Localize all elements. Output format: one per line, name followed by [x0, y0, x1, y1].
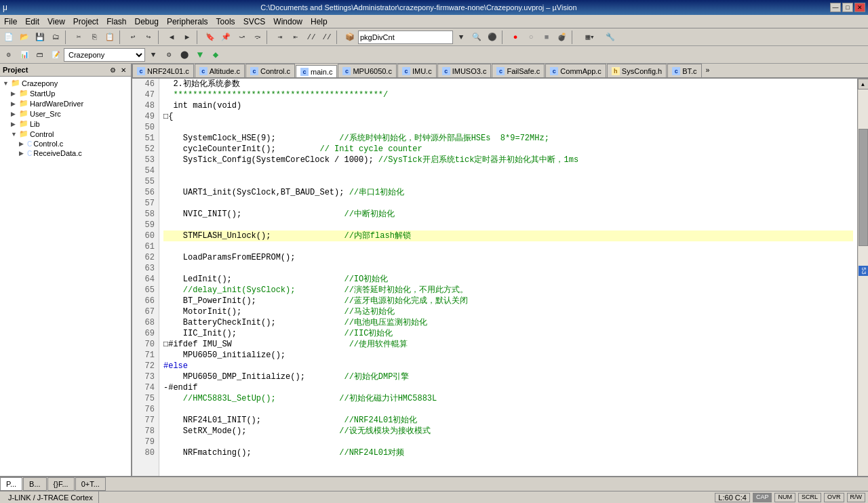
tree-item-usersrc[interactable]: ▶ 📁 User_Src [0, 108, 131, 119]
code-line-74: -#endif [163, 382, 853, 393]
wrench-button[interactable]: 🔧 [603, 30, 618, 45]
tab-FailSafe-c[interactable]: cFailSafe.c [492, 64, 545, 77]
pkg-dropdown[interactable]: ▼ [454, 30, 469, 45]
tb2-btn3[interactable]: 🗃 [33, 47, 47, 62]
scroll-up-button[interactable]: ▲ [858, 79, 869, 89]
code-editor[interactable]: 4647484950515253545556575859606162636465… [132, 79, 868, 492]
right-scrollbar[interactable]: ▲ 53 ▼ [857, 79, 868, 492]
target-select[interactable]: Crazepony [64, 48, 145, 62]
close-button[interactable]: ✕ [854, 3, 865, 12]
menu-file[interactable]: File [0, 15, 21, 28]
debug-circle[interactable]: ○ [524, 30, 538, 45]
debug-stop[interactable]: ■ [539, 30, 554, 45]
menu-peripherals[interactable]: Peripherals [163, 15, 212, 28]
target-dropdown[interactable]: ▼ [146, 47, 161, 62]
menu-flash[interactable]: Flash [102, 15, 130, 28]
tb2-tool4[interactable]: ◆ [208, 47, 223, 62]
tab-CommApp-c[interactable]: cCommApp.c [545, 64, 606, 77]
cut-button[interactable]: ✂ [71, 30, 86, 45]
menu-window[interactable]: Window [269, 15, 307, 28]
code-content[interactable]: 2.初始化系统参数 ******************************… [159, 79, 857, 492]
bottom-tab-3[interactable]: 0+T... [75, 477, 106, 491]
tab-IMU-c[interactable]: cIMU.c [397, 64, 437, 77]
line-number-64: 64 [136, 274, 155, 285]
tab-main-c[interactable]: cmain.c [296, 65, 337, 79]
save-button[interactable]: 💾 [33, 30, 47, 45]
menu-edit[interactable]: Edit [21, 15, 43, 28]
project-config-icon[interactable]: ⚙ [108, 65, 117, 75]
debug-bomb[interactable]: 💣 [555, 30, 570, 45]
menu-help[interactable]: Help [307, 15, 332, 28]
menu-svcs[interactable]: SVCS [239, 15, 270, 28]
tab-NRF24L01-c[interactable]: cNRF24L01.c [132, 64, 194, 77]
menu-tools[interactable]: Tools [212, 15, 239, 28]
uncomment-btn[interactable]: // [319, 30, 334, 45]
maximize-button[interactable]: □ [842, 3, 853, 12]
tree-item-controlc[interactable]: ▶ C Control.c [0, 139, 131, 148]
tree-item-control[interactable]: ▼ 📁 Control [0, 129, 131, 139]
pkg-input[interactable] [358, 31, 453, 44]
tree-item-startup[interactable]: ▶ 📁 StartUp [0, 88, 131, 98]
tree-item-receivedatac[interactable]: ▶ C ReceiveData.c [0, 148, 131, 158]
scroll-label[interactable]: 53 [859, 266, 868, 276]
debug-start[interactable]: ● [508, 30, 523, 45]
save-all-button[interactable]: 🗂 [48, 30, 63, 45]
tree-label: User_Src [30, 110, 61, 118]
bottom-tab-1[interactable]: B... [23, 477, 47, 491]
tab-SysConfig-h[interactable]: hSysConfig.h [607, 64, 667, 77]
pkg-search1[interactable]: 🔍 [469, 30, 484, 45]
bookmark-btn2[interactable]: 📌 [218, 30, 233, 45]
menu-view[interactable]: View [43, 15, 69, 28]
tb2-tool3[interactable]: ▼ [193, 47, 208, 62]
nav-fwd-button[interactable]: ▶ [180, 30, 195, 45]
tree-item-crazepony[interactable]: ▼ 📁 Crazepony [0, 78, 131, 88]
outdent-btn[interactable]: ⇤ [288, 30, 303, 45]
tb2-tool1[interactable]: ⚙ [161, 47, 176, 62]
tab-Control-c[interactable]: cControl.c [245, 64, 295, 77]
bottom-tab-0[interactable]: P... [0, 477, 22, 491]
folder-icon: 📁 [11, 79, 20, 87]
tab-BT-c[interactable]: cBT.c [667, 64, 701, 77]
tree-label: HardWareDriver [30, 100, 83, 108]
menu-debug[interactable]: Debug [131, 15, 163, 28]
bottom-tab-2[interactable]: {}F... [47, 477, 75, 491]
settings-dropdown[interactable]: ▦▾ [578, 30, 602, 45]
project-close-icon[interactable]: ✕ [119, 65, 128, 75]
line-number-58: 58 [136, 209, 155, 220]
tb2-tool2[interactable]: ⬤ [177, 47, 192, 62]
tree-item-lib[interactable]: ▶ 📁 Lib [0, 119, 131, 129]
open-button[interactable]: 📂 [17, 30, 32, 45]
tab-Altitude-c[interactable]: cAltitude.c [195, 64, 245, 77]
new-button[interactable]: 📄 [1, 30, 16, 45]
expand-icon: ▼ [3, 80, 9, 87]
redo-button[interactable]: ↪ [141, 30, 156, 45]
tab-IMUSO3-c[interactable]: cIMUSO3.c [437, 64, 492, 77]
tabs-more-button[interactable]: » [703, 64, 713, 77]
folder-icon: 📁 [19, 129, 28, 138]
bookmark-btn4[interactable]: ⤼ [250, 30, 264, 45]
minimize-button[interactable]: — [830, 3, 841, 12]
tb2-btn1[interactable]: ⚙ [1, 47, 16, 62]
comment-btn[interactable]: // [304, 30, 319, 45]
bookmark-btn3[interactable]: ⤻ [234, 30, 249, 45]
bottom-tabs: P...B...{}F...0+T... [0, 476, 868, 491]
expand-icon: ▶ [11, 90, 18, 97]
bookmark-btn1[interactable]: 🔖 [203, 30, 218, 45]
scroll-thumb[interactable] [859, 129, 868, 246]
tree-item-hwdriver[interactable]: ▶ 📁 HardWareDriver [0, 98, 131, 108]
scroll-track[interactable]: 53 [859, 89, 868, 481]
indent-btn[interactable]: ⇥ [273, 30, 288, 45]
pkg-search2[interactable]: ⚫ [485, 30, 500, 45]
tab-icon-BT.c: c [672, 67, 680, 75]
folder-icon: 📁 [19, 119, 28, 128]
undo-button[interactable]: ↩ [125, 30, 140, 45]
tb2-btn4[interactable]: 📝 [48, 47, 63, 62]
tb2-btn2[interactable]: 📊 [17, 47, 32, 62]
nav-back-button[interactable]: ◀ [164, 30, 179, 45]
tab-MPU6050-c[interactable]: cMPU6050.c [338, 64, 396, 77]
code-line-64: LedInit(); //IO初始化 [163, 274, 853, 285]
menu-project[interactable]: Project [69, 15, 102, 28]
copy-button[interactable]: ⎘ [87, 30, 102, 45]
pkg-icon: 📦 [342, 30, 357, 45]
paste-button[interactable]: 📋 [102, 30, 117, 45]
